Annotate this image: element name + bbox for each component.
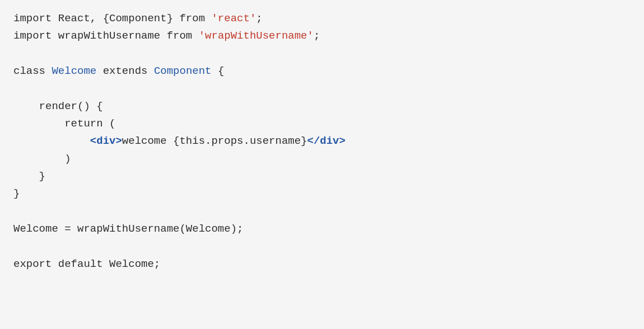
code-line-1: import React, {Component} from 'react'; [13, 10, 631, 27]
code-token: export default Welcome; [13, 258, 160, 270]
code-block: import React, {Component} from 'react'; … [13, 10, 631, 273]
code-line-7: return ( [13, 115, 631, 133]
code-container: import React, {Component} from 'react'; … [0, 0, 644, 329]
code-token: ; [256, 12, 262, 25]
code-token-string: 'react' [211, 12, 256, 25]
code-line-13: Welcome = wrapWithUsername(Welcome); [13, 220, 631, 238]
code-token: } [13, 187, 20, 200]
code-token: ) [13, 153, 71, 165]
code-token-content: welcome {this.props.username} [122, 135, 307, 147]
code-token [13, 135, 90, 147]
code-line-9: ) [13, 151, 631, 168]
code-token-from: from [167, 30, 193, 42]
code-line-6: render() { [13, 98, 631, 115]
code-token-classname: Welcome [52, 65, 96, 77]
code-token-from: from [179, 12, 205, 25]
code-token: import React, {Component} [13, 12, 179, 25]
code-token: import wrapWithUsername [13, 30, 167, 42]
code-token [205, 12, 211, 25]
code-line-4: class Welcome extends Component { [13, 63, 631, 80]
code-line-15: export default Welcome; [13, 256, 631, 273]
code-token-tag-close: </div> [307, 135, 346, 147]
code-token: { [212, 65, 225, 77]
code-token: Welcome = wrapWithUsername(Welcome); [13, 223, 243, 235]
code-token-class: class [13, 65, 52, 77]
code-token-string: 'wrapWithUsername' [199, 30, 314, 42]
code-line-10: } [13, 168, 631, 185]
code-token: ; [314, 30, 320, 42]
code-line-5 [13, 80, 631, 97]
code-line-8: <div>welcome {this.props.username}</div> [13, 133, 631, 150]
code-line-3 [13, 45, 631, 63]
code-line-11: } [13, 185, 631, 203]
code-token [192, 30, 198, 42]
code-token: render() { [13, 100, 103, 112]
code-token: return ( [13, 118, 115, 130]
code-token-tag-open: <div> [90, 135, 122, 147]
code-line-12 [13, 203, 631, 220]
code-line-2: import wrapWithUsername from 'wrapWithUs… [13, 27, 631, 45]
code-token: extends [96, 65, 154, 77]
code-line-14 [13, 238, 631, 255]
code-token: } [13, 170, 45, 182]
code-token-component: Component [154, 65, 212, 77]
